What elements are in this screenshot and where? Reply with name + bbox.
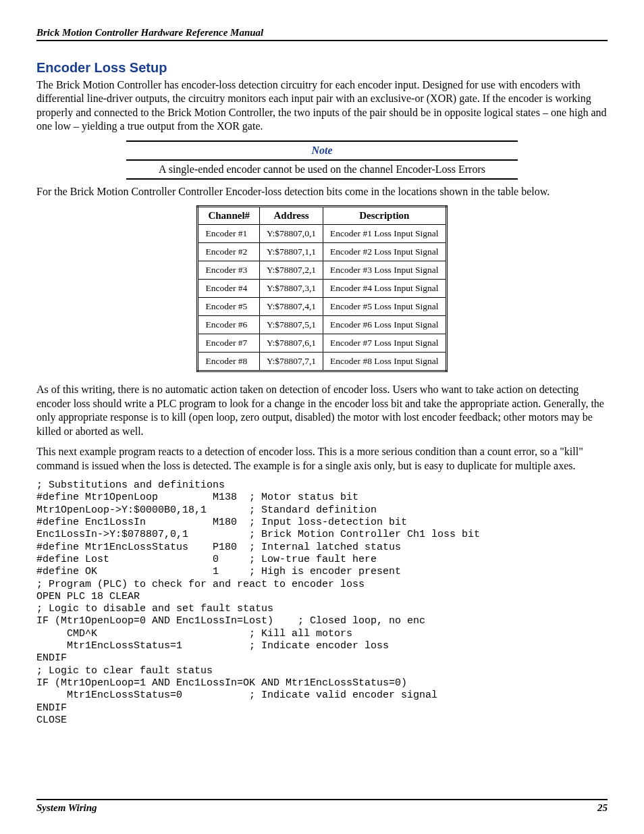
page-header: Brick Motion Controller Hardware Referen… <box>36 27 608 41</box>
table-cell: Encoder #5 <box>198 298 260 316</box>
table-row: Encoder #5Y:$78807,4,1Encoder #5 Loss In… <box>198 298 446 316</box>
table-cell: Encoder #8 <box>198 353 260 371</box>
note-text: A single-ended encoder cannot be used on… <box>126 162 518 177</box>
table-cell: Y:$78807,1,1 <box>260 243 323 261</box>
table-cell: Y:$78807,3,1 <box>260 280 323 298</box>
page-footer: System Wiring 25 <box>36 799 608 814</box>
table-row: Encoder #2Y:$78807,1,1Encoder #2 Loss In… <box>198 243 446 261</box>
table-row: Encoder #6Y:$78807,5,1Encoder #6 Loss In… <box>198 316 446 334</box>
footer-page-number: 25 <box>597 802 608 814</box>
table-row: Encoder #7Y:$78807,6,1Encoder #7 Loss In… <box>198 334 446 353</box>
table-cell: Encoder #6 Loss Input Signal <box>323 316 446 334</box>
table-cell: Encoder #2 Loss Input Signal <box>323 243 446 261</box>
table-cell: Y:$78807,7,1 <box>260 353 323 371</box>
table-cell: Encoder #1 <box>198 225 260 243</box>
note-title: Note <box>126 143 518 158</box>
table-cell: Y:$78807,4,1 <box>260 298 323 316</box>
table-cell: Encoder #7 <box>198 334 260 353</box>
paragraph-explanation: As of this writing, there is no automati… <box>36 383 608 438</box>
table-cell: Encoder #1 Loss Input Signal <box>323 225 446 243</box>
col-address: Address <box>260 207 323 225</box>
table-row: Encoder #3Y:$78807,2,1Encoder #3 Loss In… <box>198 261 446 280</box>
encoder-loss-table: Channel# Address Description Encoder #1Y… <box>196 205 447 372</box>
table-cell: Encoder #6 <box>198 316 260 334</box>
col-description: Description <box>323 207 446 225</box>
table-header-row: Channel# Address Description <box>198 207 446 225</box>
table-cell: Encoder #2 <box>198 243 260 261</box>
table-cell: Encoder #3 <box>198 261 260 280</box>
paragraph-table-intro: For the Brick Motion Controller Controll… <box>36 185 608 199</box>
table-row: Encoder #1Y:$78807,0,1Encoder #1 Loss In… <box>198 225 446 243</box>
col-channel: Channel# <box>198 207 260 225</box>
table-cell: Y:$78807,6,1 <box>260 334 323 353</box>
paragraph-intro: The Brick Motion Controller has encoder-… <box>36 78 608 134</box>
table-cell: Encoder #8 Loss Input Signal <box>323 353 446 371</box>
table-cell: Y:$78807,0,1 <box>260 225 323 243</box>
table-cell: Y:$78807,2,1 <box>260 261 323 280</box>
footer-section: System Wiring <box>36 802 97 814</box>
section-title: Encoder Loss Setup <box>36 60 608 76</box>
note-box: Note A single-ended encoder cannot be us… <box>126 140 518 180</box>
table-row: Encoder #8Y:$78807,7,1Encoder #8 Loss In… <box>198 353 446 371</box>
table-cell: Encoder #5 Loss Input Signal <box>323 298 446 316</box>
code-listing: ; Substitutions and definitions #define … <box>36 479 608 727</box>
table-cell: Encoder #4 <box>198 280 260 298</box>
table-cell: Encoder #4 Loss Input Signal <box>323 280 446 298</box>
table-cell: Y:$78807,5,1 <box>260 316 323 334</box>
table-cell: Encoder #3 Loss Input Signal <box>323 261 446 280</box>
paragraph-example-intro: This next example program reacts to a de… <box>36 445 608 473</box>
table-cell: Encoder #7 Loss Input Signal <box>323 334 446 353</box>
table-row: Encoder #4Y:$78807,3,1Encoder #4 Loss In… <box>198 280 446 298</box>
